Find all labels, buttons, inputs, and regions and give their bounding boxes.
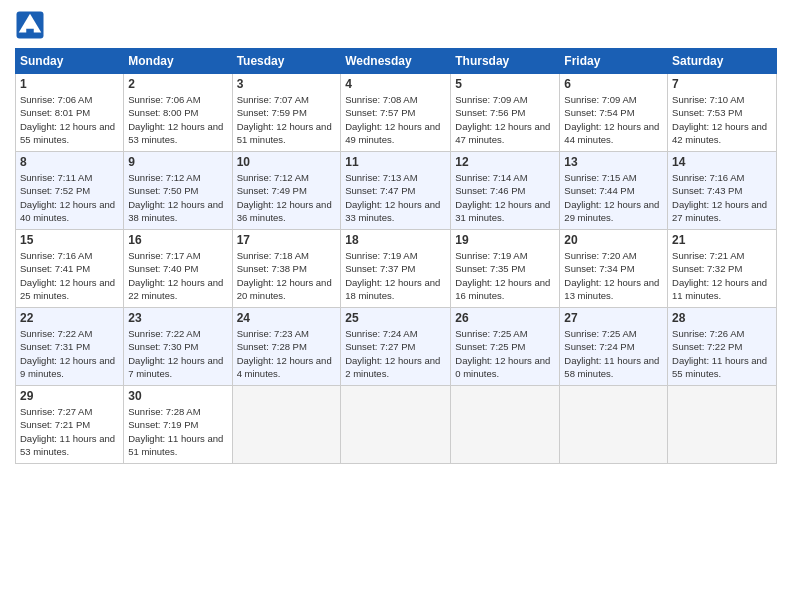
svg-rect-2 (26, 29, 34, 35)
day-number: 13 (564, 155, 663, 169)
day-number: 23 (128, 311, 227, 325)
day-number: 17 (237, 233, 337, 247)
weekday-header-tuesday: Tuesday (232, 49, 341, 74)
calendar-cell: 2Sunrise: 7:06 AMSunset: 8:00 PMDaylight… (124, 74, 232, 152)
day-number: 19 (455, 233, 555, 247)
calendar-cell: 10Sunrise: 7:12 AMSunset: 7:49 PMDayligh… (232, 152, 341, 230)
day-number: 9 (128, 155, 227, 169)
day-info: Sunrise: 7:11 AMSunset: 7:52 PMDaylight:… (20, 171, 119, 224)
day-number: 12 (455, 155, 555, 169)
day-info: Sunrise: 7:22 AMSunset: 7:31 PMDaylight:… (20, 327, 119, 380)
weekday-header-row: SundayMondayTuesdayWednesdayThursdayFrid… (16, 49, 777, 74)
day-info: Sunrise: 7:15 AMSunset: 7:44 PMDaylight:… (564, 171, 663, 224)
calendar-cell (232, 386, 341, 464)
calendar-cell: 23Sunrise: 7:22 AMSunset: 7:30 PMDayligh… (124, 308, 232, 386)
day-number: 20 (564, 233, 663, 247)
calendar-cell: 9Sunrise: 7:12 AMSunset: 7:50 PMDaylight… (124, 152, 232, 230)
day-info: Sunrise: 7:17 AMSunset: 7:40 PMDaylight:… (128, 249, 227, 302)
calendar-cell: 18Sunrise: 7:19 AMSunset: 7:37 PMDayligh… (341, 230, 451, 308)
day-info: Sunrise: 7:07 AMSunset: 7:59 PMDaylight:… (237, 93, 337, 146)
day-info: Sunrise: 7:09 AMSunset: 7:56 PMDaylight:… (455, 93, 555, 146)
calendar-header: SundayMondayTuesdayWednesdayThursdayFrid… (16, 49, 777, 74)
day-info: Sunrise: 7:24 AMSunset: 7:27 PMDaylight:… (345, 327, 446, 380)
day-info: Sunrise: 7:14 AMSunset: 7:46 PMDaylight:… (455, 171, 555, 224)
logo-icon (15, 10, 45, 40)
day-number: 26 (455, 311, 555, 325)
day-info: Sunrise: 7:25 AMSunset: 7:24 PMDaylight:… (564, 327, 663, 380)
weekday-header-monday: Monday (124, 49, 232, 74)
calendar-week-5: 29Sunrise: 7:27 AMSunset: 7:21 PMDayligh… (16, 386, 777, 464)
day-info: Sunrise: 7:09 AMSunset: 7:54 PMDaylight:… (564, 93, 663, 146)
calendar-cell: 1Sunrise: 7:06 AMSunset: 8:01 PMDaylight… (16, 74, 124, 152)
calendar-body: 1Sunrise: 7:06 AMSunset: 8:01 PMDaylight… (16, 74, 777, 464)
weekday-header-saturday: Saturday (668, 49, 777, 74)
day-info: Sunrise: 7:12 AMSunset: 7:49 PMDaylight:… (237, 171, 337, 224)
day-number: 4 (345, 77, 446, 91)
day-info: Sunrise: 7:19 AMSunset: 7:37 PMDaylight:… (345, 249, 446, 302)
calendar-cell (668, 386, 777, 464)
calendar-cell: 25Sunrise: 7:24 AMSunset: 7:27 PMDayligh… (341, 308, 451, 386)
calendar-table: SundayMondayTuesdayWednesdayThursdayFrid… (15, 48, 777, 464)
calendar-cell: 27Sunrise: 7:25 AMSunset: 7:24 PMDayligh… (560, 308, 668, 386)
calendar-cell: 14Sunrise: 7:16 AMSunset: 7:43 PMDayligh… (668, 152, 777, 230)
day-info: Sunrise: 7:20 AMSunset: 7:34 PMDaylight:… (564, 249, 663, 302)
calendar-cell: 11Sunrise: 7:13 AMSunset: 7:47 PMDayligh… (341, 152, 451, 230)
day-info: Sunrise: 7:18 AMSunset: 7:38 PMDaylight:… (237, 249, 337, 302)
calendar-cell: 16Sunrise: 7:17 AMSunset: 7:40 PMDayligh… (124, 230, 232, 308)
day-number: 30 (128, 389, 227, 403)
weekday-header-friday: Friday (560, 49, 668, 74)
day-number: 3 (237, 77, 337, 91)
day-number: 7 (672, 77, 772, 91)
calendar-week-2: 8Sunrise: 7:11 AMSunset: 7:52 PMDaylight… (16, 152, 777, 230)
calendar-cell: 15Sunrise: 7:16 AMSunset: 7:41 PMDayligh… (16, 230, 124, 308)
day-number: 6 (564, 77, 663, 91)
day-info: Sunrise: 7:06 AMSunset: 8:01 PMDaylight:… (20, 93, 119, 146)
weekday-header-thursday: Thursday (451, 49, 560, 74)
day-info: Sunrise: 7:22 AMSunset: 7:30 PMDaylight:… (128, 327, 227, 380)
calendar-cell: 30Sunrise: 7:28 AMSunset: 7:19 PMDayligh… (124, 386, 232, 464)
day-number: 2 (128, 77, 227, 91)
header-area (15, 10, 777, 40)
calendar-cell: 22Sunrise: 7:22 AMSunset: 7:31 PMDayligh… (16, 308, 124, 386)
weekday-header-sunday: Sunday (16, 49, 124, 74)
day-number: 25 (345, 311, 446, 325)
day-info: Sunrise: 7:19 AMSunset: 7:35 PMDaylight:… (455, 249, 555, 302)
day-info: Sunrise: 7:25 AMSunset: 7:25 PMDaylight:… (455, 327, 555, 380)
calendar-cell (560, 386, 668, 464)
calendar-cell: 20Sunrise: 7:20 AMSunset: 7:34 PMDayligh… (560, 230, 668, 308)
day-info: Sunrise: 7:16 AMSunset: 7:43 PMDaylight:… (672, 171, 772, 224)
day-number: 15 (20, 233, 119, 247)
day-number: 18 (345, 233, 446, 247)
calendar-cell (341, 386, 451, 464)
calendar-cell: 24Sunrise: 7:23 AMSunset: 7:28 PMDayligh… (232, 308, 341, 386)
day-info: Sunrise: 7:08 AMSunset: 7:57 PMDaylight:… (345, 93, 446, 146)
calendar-cell: 8Sunrise: 7:11 AMSunset: 7:52 PMDaylight… (16, 152, 124, 230)
day-number: 22 (20, 311, 119, 325)
calendar-week-3: 15Sunrise: 7:16 AMSunset: 7:41 PMDayligh… (16, 230, 777, 308)
calendar-cell: 3Sunrise: 7:07 AMSunset: 7:59 PMDaylight… (232, 74, 341, 152)
calendar-cell (451, 386, 560, 464)
calendar-week-4: 22Sunrise: 7:22 AMSunset: 7:31 PMDayligh… (16, 308, 777, 386)
day-number: 27 (564, 311, 663, 325)
day-number: 21 (672, 233, 772, 247)
calendar-cell: 29Sunrise: 7:27 AMSunset: 7:21 PMDayligh… (16, 386, 124, 464)
day-number: 24 (237, 311, 337, 325)
day-number: 14 (672, 155, 772, 169)
calendar-cell: 28Sunrise: 7:26 AMSunset: 7:22 PMDayligh… (668, 308, 777, 386)
day-number: 28 (672, 311, 772, 325)
day-number: 29 (20, 389, 119, 403)
day-info: Sunrise: 7:16 AMSunset: 7:41 PMDaylight:… (20, 249, 119, 302)
day-info: Sunrise: 7:28 AMSunset: 7:19 PMDaylight:… (128, 405, 227, 458)
page-container: SundayMondayTuesdayWednesdayThursdayFrid… (0, 0, 792, 474)
calendar-cell: 7Sunrise: 7:10 AMSunset: 7:53 PMDaylight… (668, 74, 777, 152)
day-number: 11 (345, 155, 446, 169)
calendar-cell: 17Sunrise: 7:18 AMSunset: 7:38 PMDayligh… (232, 230, 341, 308)
calendar-cell: 4Sunrise: 7:08 AMSunset: 7:57 PMDaylight… (341, 74, 451, 152)
day-info: Sunrise: 7:13 AMSunset: 7:47 PMDaylight:… (345, 171, 446, 224)
day-info: Sunrise: 7:23 AMSunset: 7:28 PMDaylight:… (237, 327, 337, 380)
calendar-cell: 5Sunrise: 7:09 AMSunset: 7:56 PMDaylight… (451, 74, 560, 152)
day-number: 8 (20, 155, 119, 169)
day-info: Sunrise: 7:26 AMSunset: 7:22 PMDaylight:… (672, 327, 772, 380)
day-info: Sunrise: 7:27 AMSunset: 7:21 PMDaylight:… (20, 405, 119, 458)
calendar-cell: 21Sunrise: 7:21 AMSunset: 7:32 PMDayligh… (668, 230, 777, 308)
